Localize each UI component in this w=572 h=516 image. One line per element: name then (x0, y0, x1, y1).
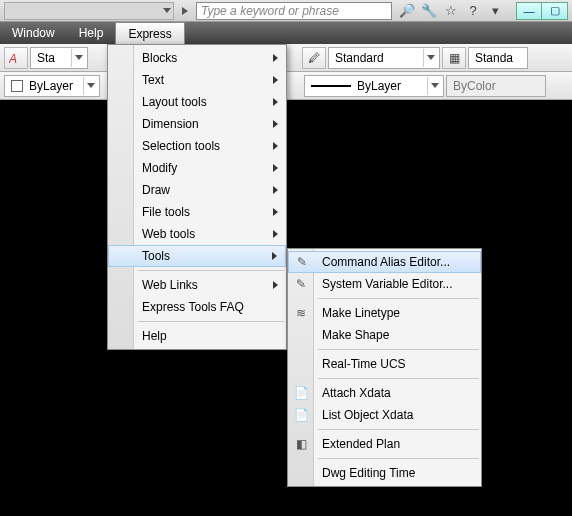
express-menu-item[interactable]: File tools (108, 201, 286, 223)
express-menu-item[interactable]: Layout tools (108, 91, 286, 113)
submenu-arrow-icon (273, 186, 278, 194)
menu-window[interactable]: Window (0, 22, 67, 44)
express-menu-item[interactable]: Web Links (108, 274, 286, 296)
tools-submenu-item[interactable]: ✎System Variable Editor... (288, 273, 481, 295)
menu-item-label: Blocks (142, 51, 177, 65)
star-icon[interactable]: ☆ (442, 2, 460, 20)
maximize-button[interactable]: ▢ (542, 2, 568, 20)
tools-submenu-separator (318, 429, 479, 430)
menu-item-label: Real-Time UCS (322, 357, 406, 371)
help-icon[interactable]: ? (464, 2, 482, 20)
submenu-arrow-icon (273, 230, 278, 238)
tablestyle-select[interactable]: Standa (468, 47, 528, 69)
express-menu-item[interactable]: Modify (108, 157, 286, 179)
express-menu-separator (138, 321, 284, 322)
color-value: ByLayer (29, 79, 73, 93)
tools-submenu-item[interactable]: ≋Make Linetype (288, 302, 481, 324)
search-play-icon[interactable] (178, 7, 196, 15)
qat-area (4, 2, 174, 20)
qat-dropdown-icon[interactable] (163, 8, 171, 13)
menu-item-icon: ✎ (293, 253, 311, 271)
express-menu-item[interactable]: Draw (108, 179, 286, 201)
submenu-arrow-icon (273, 54, 278, 62)
tools-submenu-separator (318, 298, 479, 299)
help-dropdown-icon[interactable]: ▾ (486, 2, 504, 20)
menu-item-label: Modify (142, 161, 177, 175)
tools-submenu-item[interactable]: Dwg Editing Time (288, 462, 481, 484)
menu-item-label: File tools (142, 205, 190, 219)
submenu-arrow-icon (273, 76, 278, 84)
menu-item-label: System Variable Editor... (322, 277, 453, 291)
menu-item-icon: ◧ (292, 435, 310, 453)
menu-item-label: Help (142, 329, 167, 343)
express-menu-item[interactable]: Selection tools (108, 135, 286, 157)
express-menu-item[interactable]: Blocks (108, 47, 286, 69)
express-menu-item[interactable]: Tools (108, 245, 286, 267)
textstyle-icon[interactable]: A (4, 47, 28, 69)
menu-item-label: Layout tools (142, 95, 207, 109)
dimstyle-icon[interactable]: 🖉 (302, 47, 326, 69)
submenu-arrow-icon (273, 281, 278, 289)
tablestyle-icon[interactable]: ▦ (442, 47, 466, 69)
submenu-arrow-icon (272, 252, 277, 260)
menu-item-label: Dimension (142, 117, 199, 131)
dimstyle-select[interactable]: Standard (328, 47, 440, 69)
menu-express[interactable]: Express (115, 22, 184, 44)
menu-item-label: Make Linetype (322, 306, 400, 320)
menu-item-label: Make Shape (322, 328, 389, 342)
tools-submenu-separator (318, 378, 479, 379)
tools-submenu-item[interactable]: ◧Extended Plan (288, 433, 481, 455)
plotstyle-value: ByColor (453, 79, 496, 93)
menu-item-icon: 📄 (292, 384, 310, 402)
minimize-button[interactable]: — (516, 2, 542, 20)
express-menu-separator (138, 270, 284, 271)
menu-item-label: Attach Xdata (322, 386, 391, 400)
tools-submenu-item[interactable]: 📄List Object Xdata (288, 404, 481, 426)
tools-submenu-separator (318, 458, 479, 459)
submenu-arrow-icon (273, 142, 278, 150)
express-menu-item[interactable]: Web tools (108, 223, 286, 245)
color-select[interactable]: ByLayer (4, 75, 100, 97)
wrench-icon[interactable]: 🔧 (420, 2, 438, 20)
menu-item-icon: ✎ (292, 275, 310, 293)
tools-submenu-popup: ✎Command Alias Editor...✎System Variable… (287, 248, 482, 487)
textstyle-select[interactable]: Sta (30, 47, 88, 69)
submenu-arrow-icon (273, 164, 278, 172)
menu-item-icon: ≋ (292, 304, 310, 322)
plotstyle-select[interactable]: ByColor (446, 75, 546, 97)
lineweight-value: ByLayer (357, 79, 401, 93)
dimstyle-value: Standard (335, 51, 384, 65)
express-menu-popup: BlocksTextLayout toolsDimensionSelection… (107, 44, 287, 350)
top-icon-group: 🔎 🔧 ☆ ? ▾ (392, 2, 510, 20)
menu-item-label: Dwg Editing Time (322, 466, 415, 480)
binoculars-icon[interactable]: 🔎 (398, 2, 416, 20)
express-menu-item[interactable]: Dimension (108, 113, 286, 135)
menu-item-icon: 📄 (292, 406, 310, 424)
tools-submenu-item[interactable]: 📄Attach Xdata (288, 382, 481, 404)
textstyle-value: Sta (37, 51, 55, 65)
color-swatch-icon (11, 80, 23, 92)
menu-item-label: Extended Plan (322, 437, 400, 451)
svg-text:A: A (9, 52, 17, 65)
menu-item-label: List Object Xdata (322, 408, 413, 422)
menu-item-label: Web tools (142, 227, 195, 241)
title-bar: Type a keyword or phrase 🔎 🔧 ☆ ? ▾ — ▢ (0, 0, 572, 22)
tools-submenu-item[interactable]: ✎Command Alias Editor... (288, 251, 481, 273)
tools-submenu-separator (318, 349, 479, 350)
tools-submenu-item[interactable]: Make Shape (288, 324, 481, 346)
menu-item-label: Express Tools FAQ (142, 300, 244, 314)
line-icon (311, 85, 351, 87)
express-menu-item[interactable]: Text (108, 69, 286, 91)
tools-submenu-item[interactable]: Real-Time UCS (288, 353, 481, 375)
menu-item-label: Tools (142, 249, 170, 263)
search-input[interactable]: Type a keyword or phrase (196, 2, 392, 20)
submenu-arrow-icon (273, 98, 278, 106)
express-menu-item[interactable]: Express Tools FAQ (108, 296, 286, 318)
submenu-arrow-icon (273, 120, 278, 128)
express-menu-item[interactable]: Help (108, 325, 286, 347)
menu-bar: Window Help Express (0, 22, 572, 44)
lineweight-select[interactable]: ByLayer (304, 75, 444, 97)
menu-help[interactable]: Help (67, 22, 116, 44)
menu-item-label: Command Alias Editor... (322, 255, 450, 269)
menu-item-label: Selection tools (142, 139, 220, 153)
